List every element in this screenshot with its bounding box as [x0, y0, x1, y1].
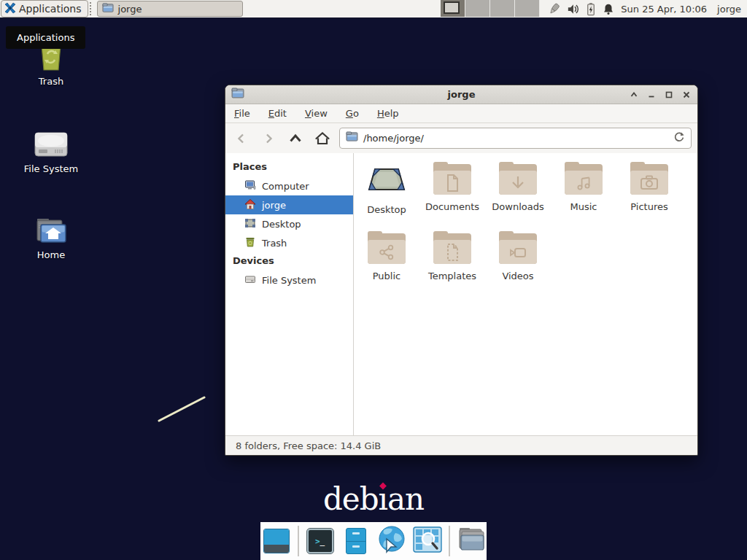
menu-view[interactable]: View	[305, 108, 328, 119]
sidebar-item-label: jorge	[262, 200, 286, 211]
xfce-menu-icon	[4, 2, 16, 16]
hard-drive-icon	[11, 127, 91, 159]
sidebar-item-trash[interactable]: Trash	[225, 233, 353, 252]
file-folder-downloads[interactable]: Downloads	[487, 160, 549, 230]
file-folder-templates[interactable]: Templates	[421, 230, 484, 299]
folder-launcher[interactable]	[457, 526, 486, 556]
window-controls	[629, 90, 692, 100]
reload-icon[interactable]	[673, 131, 685, 146]
terminal-launcher[interactable]: >_	[306, 526, 335, 556]
file-view[interactable]: Desktop Documents	[354, 153, 697, 435]
workspace-4[interactable]	[515, 0, 540, 17]
volume-icon[interactable]	[566, 2, 580, 16]
folder-templates-icon	[433, 233, 472, 265]
stylus-input-icon[interactable]	[547, 2, 561, 16]
logo-text: deb	[323, 481, 379, 517]
status-text: 8 folders, Free space: 14.4 GiB	[236, 440, 381, 451]
taskbar-window-button[interactable]: jorge	[97, 1, 243, 17]
show-desktop-button[interactable]	[262, 526, 291, 556]
file-folder-music[interactable]: Music	[552, 160, 615, 230]
panel-handle[interactable]	[90, 2, 95, 15]
logo-i: ı	[379, 481, 387, 517]
sidebar: Places Computer	[225, 153, 354, 435]
folder-documents-icon	[433, 164, 472, 196]
menu-edit[interactable]: Edit	[268, 108, 287, 119]
bottom-dock: >_	[260, 522, 487, 560]
file-label: Documents	[425, 201, 479, 212]
window-titlebar[interactable]: jorge	[225, 85, 697, 104]
forward-button[interactable]	[258, 128, 278, 148]
web-browser-launcher[interactable]	[377, 526, 406, 556]
file-folder-pictures[interactable]: Pictures	[618, 160, 681, 230]
sidebar-item-label: Trash	[262, 238, 287, 249]
minimize-button[interactable]	[646, 90, 657, 100]
file-cabinet-icon	[346, 528, 366, 554]
panel-clock[interactable]: Sun 25 Apr, 10:06	[621, 4, 707, 15]
location-bar[interactable]: /home/jorge/	[339, 128, 692, 149]
shade-button[interactable]	[629, 90, 639, 100]
applications-tooltip: Applications	[6, 26, 85, 49]
file-folder-desktop[interactable]: Desktop	[355, 160, 418, 230]
debian-logo: debıan	[0, 481, 747, 517]
top-panel: Applications jorge	[0, 0, 747, 19]
folder-downloads-icon	[498, 164, 538, 196]
notification-bell-icon[interactable]	[602, 2, 615, 16]
sidebar-item-label: Computer	[262, 181, 309, 192]
app-finder-icon	[413, 526, 442, 556]
file-label: Pictures	[630, 201, 667, 212]
maximize-button[interactable]	[664, 90, 674, 100]
file-folder-documents[interactable]: Documents	[421, 160, 484, 230]
path-text[interactable]: /home/jorge/	[363, 133, 668, 144]
sidebar-item-file-system[interactable]: File System	[225, 271, 353, 289]
sidebar-item-desktop[interactable]: Desktop	[225, 214, 353, 233]
file-label: Public	[373, 271, 400, 281]
file-folder-videos[interactable]: Videos	[487, 230, 549, 299]
close-button[interactable]	[681, 90, 692, 100]
globe-browser-icon	[376, 524, 407, 558]
file-manager-window: jorge File Edit View Go Help	[225, 85, 698, 456]
home-icon	[244, 198, 256, 212]
desktop-icon-home[interactable]: Home	[11, 213, 91, 260]
file-label: Videos	[502, 271, 533, 281]
taskbar-window-label: jorge	[118, 4, 142, 15]
desktop-icon-label: File System	[11, 163, 91, 174]
menu-help[interactable]: Help	[377, 108, 399, 119]
desktop-place-icon	[244, 217, 256, 231]
dock-separator	[449, 526, 450, 556]
logo-text: an	[387, 481, 424, 517]
back-button[interactable]	[231, 128, 251, 148]
menu-go[interactable]: Go	[346, 108, 359, 119]
file-manager-launcher[interactable]	[341, 526, 371, 556]
drawn-line-artifact	[139, 379, 226, 438]
desktop-icon-file-system[interactable]: File System	[11, 127, 91, 174]
battery-icon[interactable]	[585, 2, 597, 16]
app-finder-launcher[interactable]	[413, 526, 442, 556]
home-button[interactable]	[312, 128, 332, 148]
sidebar-header-places: Places	[225, 158, 353, 176]
sidebar-item-label: File System	[262, 275, 316, 286]
panel-user-menu[interactable]: jorge	[717, 4, 741, 15]
workspace-1[interactable]	[441, 0, 465, 17]
window-body: Places Computer	[225, 153, 697, 435]
workspace-2[interactable]	[465, 0, 490, 17]
computer-icon	[244, 179, 256, 193]
folder-pictures-icon	[630, 164, 669, 196]
gray-folder-icon	[457, 526, 486, 556]
menu-file[interactable]: File	[234, 108, 250, 119]
sidebar-item-jorge[interactable]: jorge	[225, 195, 353, 214]
up-button[interactable]	[285, 128, 305, 148]
file-folder-public[interactable]: Public	[355, 230, 418, 299]
sidebar-item-computer[interactable]: Computer	[225, 176, 353, 195]
statusbar: 8 folders, Free space: 14.4 GiB	[225, 435, 697, 455]
applications-menu-button[interactable]: Applications	[1, 0, 88, 18]
home-folder-icon	[11, 213, 91, 245]
trash-small-icon	[244, 236, 256, 250]
workspace-switcher[interactable]	[441, 0, 540, 18]
file-label: Desktop	[367, 204, 406, 215]
desktop: Applications jorge	[0, 0, 747, 560]
sidebar-item-label: Desktop	[262, 219, 301, 230]
file-label: Templates	[428, 271, 476, 281]
workspace-3[interactable]	[490, 0, 515, 17]
sidebar-header-devices: Devices	[225, 252, 353, 271]
file-grid: Desktop Documents	[354, 160, 682, 299]
